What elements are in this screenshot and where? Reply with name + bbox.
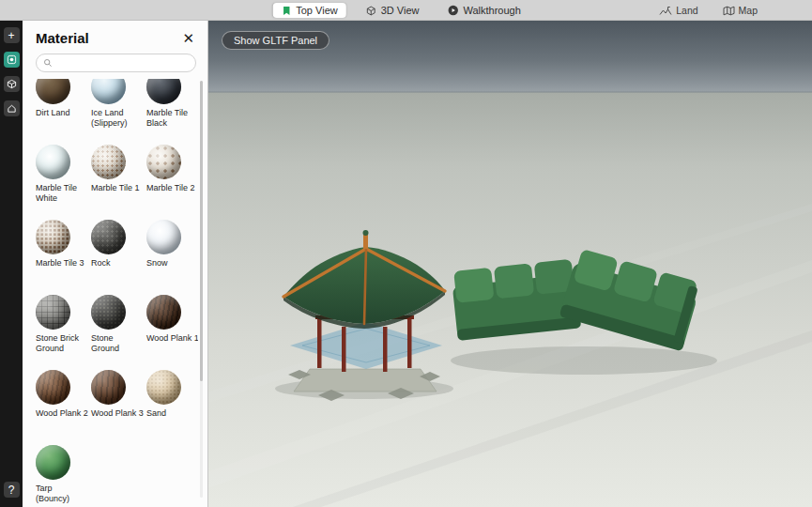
sofa-shadow	[451, 346, 717, 375]
top-bar-right: Land Map	[659, 0, 758, 21]
material-label: Marble Tile 1	[91, 183, 144, 193]
add-tool-button[interactable]: +	[4, 27, 20, 43]
show-gltf-panel-button[interactable]: Show GLTF Panel	[222, 31, 329, 50]
material-item[interactable]: Marble Tile 1	[91, 145, 146, 220]
material-panel: Material ✕ Dirt Land Ice Land (Slippery)…	[23, 21, 208, 507]
material-label: Stone Ground	[91, 333, 144, 354]
material-item[interactable]: Sand	[146, 370, 198, 445]
material-label: Wood Plank 2	[36, 408, 88, 419]
material-swatch[interactable]	[91, 370, 126, 405]
material-label: Wood Plank 3	[91, 408, 144, 419]
land-icon	[659, 6, 672, 16]
panel-title: Material	[36, 30, 89, 46]
material-label: Wood Plank 1	[146, 333, 198, 344]
material-item[interactable]: Rock	[91, 220, 146, 295]
material-label: Marble Tile Black	[146, 108, 198, 129]
tab-3d-view-label: 3D View	[381, 5, 420, 16]
left-toolbar: + ?	[0, 21, 23, 507]
material-label: Dirt Land	[36, 108, 88, 118]
material-item[interactable]: Marble Tile Black	[146, 79, 198, 145]
material-panel-header: Material ✕	[23, 21, 207, 50]
panel-scrollbar[interactable]	[200, 81, 203, 498]
material-swatch[interactable]	[36, 445, 70, 480]
material-swatch[interactable]	[146, 79, 181, 104]
land-button[interactable]: Land	[659, 5, 697, 16]
map-button[interactable]: Map	[723, 5, 758, 16]
material-item[interactable]: Wood Plank 1	[146, 295, 198, 370]
tab-top-view[interactable]: Top View	[272, 3, 345, 18]
finial-knob	[363, 230, 369, 236]
help-button[interactable]: ?	[4, 482, 20, 498]
map-icon	[723, 6, 735, 16]
scene-canvas[interactable]	[208, 21, 812, 507]
viewport: Show GLTF Panel	[208, 21, 812, 507]
material-item[interactable]: Marble Tile 3	[36, 220, 91, 295]
material-swatch[interactable]	[36, 220, 70, 254]
material-label: Tarp (Bouncy)	[36, 484, 88, 504]
material-swatch[interactable]	[36, 295, 70, 330]
material-item[interactable]: Wood Plank 2	[36, 370, 91, 445]
material-label: Rock	[91, 258, 144, 269]
material-item[interactable]: Stone Ground	[91, 295, 146, 370]
material-label: Sand	[146, 408, 198, 419]
material-label: Marble Tile 3	[36, 258, 88, 269]
tab-walkthrough-label: Walkthrough	[463, 5, 520, 16]
material-label: Snow	[146, 258, 198, 269]
search-input[interactable]	[56, 58, 189, 69]
material-item[interactable]: Marble Tile White	[36, 145, 91, 220]
material-item[interactable]: Dirt Land	[36, 79, 91, 145]
scrollbar-thumb[interactable]	[200, 81, 203, 381]
map-label: Map	[739, 5, 758, 16]
material-swatch[interactable]	[146, 220, 181, 254]
material-grid: Dirt Land Ice Land (Slippery) Marble Til…	[36, 79, 198, 505]
tab-3d-view[interactable]: 3D View	[358, 3, 428, 18]
material-swatch[interactable]	[146, 370, 181, 405]
close-panel-button[interactable]: ✕	[180, 31, 196, 45]
play-icon	[447, 5, 458, 16]
material-item[interactable]: Wood Plank 3	[91, 370, 146, 445]
material-swatch[interactable]	[146, 295, 181, 330]
cube-icon	[366, 6, 376, 16]
material-swatch[interactable]	[91, 295, 126, 330]
material-tool-button[interactable]	[4, 52, 20, 68]
material-swatch[interactable]	[36, 145, 70, 179]
land-label: Land	[676, 5, 697, 16]
top-bar: Top View 3D View Walkthrough Land Map	[0, 0, 812, 21]
home-tool-button[interactable]	[4, 100, 20, 116]
material-item[interactable]: Stone Brick Ground	[36, 295, 91, 370]
material-item[interactable]: Ice Land (Slippery)	[91, 79, 146, 145]
material-item[interactable]: Snow	[146, 220, 198, 295]
world-editor-app: Top View 3D View Walkthrough Land Map	[0, 0, 812, 507]
material-item[interactable]: Tarp (Bouncy)	[36, 445, 91, 505]
material-swatch[interactable]	[91, 145, 126, 179]
flag-icon	[281, 6, 291, 16]
material-swatch[interactable]	[36, 79, 70, 104]
asset-tool-button[interactable]	[4, 76, 20, 92]
pavilion-platform	[294, 369, 437, 392]
material-label: Marble Tile 2	[146, 183, 198, 193]
view-mode-tabs: Top View 3D View Walkthrough	[272, 0, 529, 21]
tab-top-view-label: Top View	[296, 5, 337, 16]
material-item[interactable]: Marble Tile 2	[146, 145, 198, 220]
material-list: Dirt Land Ice Land (Slippery) Marble Til…	[36, 79, 198, 505]
sofa-left-section	[451, 259, 581, 341]
material-swatch[interactable]	[146, 145, 181, 179]
home-icon	[7, 103, 17, 114]
asset-box-icon	[7, 79, 17, 89]
material-swatch[interactable]	[91, 220, 126, 254]
material-label: Stone Brick Ground	[36, 333, 88, 354]
material-label: Marble Tile White	[36, 183, 88, 204]
roof-finial	[363, 235, 368, 249]
question-icon: ?	[8, 484, 15, 496]
material-icon	[7, 54, 17, 65]
material-label: Ice Land (Slippery)	[91, 108, 144, 129]
close-icon: ✕	[182, 30, 194, 46]
search-icon	[43, 58, 53, 68]
horizon-line	[208, 91, 812, 93]
plus-icon: +	[8, 30, 14, 41]
material-swatch[interactable]	[91, 79, 126, 104]
tab-walkthrough[interactable]: Walkthrough	[438, 3, 529, 18]
material-swatch[interactable]	[36, 370, 70, 405]
material-search	[36, 54, 196, 72]
